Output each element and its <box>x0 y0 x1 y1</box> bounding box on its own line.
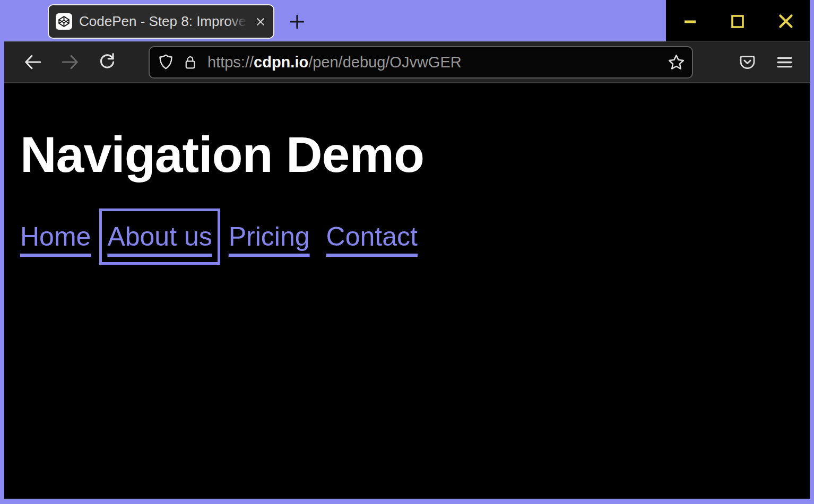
maximize-square-icon <box>728 12 747 31</box>
maximize-button[interactable] <box>714 0 761 42</box>
codepen-favicon-icon <box>56 13 72 30</box>
url-path: /pen/debug/OJvwGER <box>308 54 462 71</box>
close-window-button[interactable] <box>762 0 810 42</box>
tracking-protection-button[interactable] <box>157 53 175 72</box>
app-menu-button[interactable] <box>773 50 796 74</box>
forward-button[interactable] <box>58 50 82 74</box>
browser-window: CodePen - Step 8: Improve focu <box>0 0 814 504</box>
nav-link-about-us[interactable]: About us <box>107 216 212 257</box>
pocket-button[interactable] <box>735 50 759 74</box>
nav-link-home[interactable]: Home <box>20 216 91 257</box>
nav-link-pricing[interactable]: Pricing <box>229 216 310 257</box>
url-scheme: https:// <box>207 54 254 71</box>
back-button[interactable] <box>21 50 45 74</box>
tab-close-icon[interactable] <box>254 15 267 28</box>
url-bar[interactable]: https://cdpn.io/pen/debug/OJvwGER <box>149 46 693 79</box>
close-x-icon <box>776 11 796 31</box>
window-controls <box>666 0 810 42</box>
nav-link-contact[interactable]: Contact <box>326 216 418 257</box>
page-content: Navigation Demo Home About us Pricing Co… <box>4 83 810 499</box>
lock-icon-glyph <box>182 53 198 72</box>
hamburger-icon <box>775 53 794 72</box>
tab-title: CodePen - Step 8: Improve focu <box>79 13 251 30</box>
new-tab-button[interactable] <box>287 11 308 32</box>
navigation-toolbar: https://cdpn.io/pen/debug/OJvwGER <box>4 41 810 83</box>
browser-tab[interactable]: CodePen - Step 8: Improve focu <box>48 4 274 39</box>
minimize-dash-icon <box>680 12 699 31</box>
bookmark-star-icon[interactable] <box>667 53 686 72</box>
lock-icon <box>182 53 198 72</box>
url-display[interactable]: https://cdpn.io/pen/debug/OJvwGER <box>207 54 663 71</box>
page-title: Navigation Demo <box>20 126 810 184</box>
reload-icon <box>97 52 117 72</box>
shield-icon <box>157 53 175 72</box>
url-domain: cdpn.io <box>254 54 308 71</box>
reload-button[interactable] <box>96 50 119 74</box>
tab-bar: CodePen - Step 8: Improve focu <box>0 0 814 41</box>
forward-arrow-icon <box>60 52 80 72</box>
pocket-icon <box>738 53 757 72</box>
minimize-button[interactable] <box>666 0 714 42</box>
back-arrow-icon <box>23 52 43 72</box>
main-nav: Home About us Pricing Contact <box>20 216 810 257</box>
